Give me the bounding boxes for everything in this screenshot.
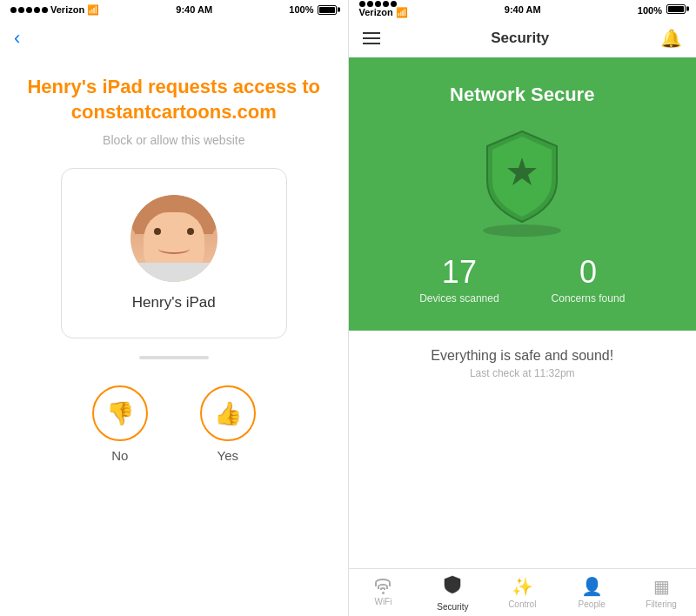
filtering-icon: ▦ bbox=[653, 576, 670, 597]
tab-security[interactable]: Security bbox=[418, 571, 487, 615]
wifi-icon-left: 📶 bbox=[87, 4, 99, 16]
devices-scanned-count: 17 bbox=[442, 254, 477, 291]
security-banner: Network Secure 17 Devices scanned 0 Conc… bbox=[349, 57, 697, 331]
request-title: Henry's iPad requests access to constant… bbox=[26, 75, 322, 124]
hamburger-line-2 bbox=[363, 37, 380, 39]
request-subtitle: Block or allow this website bbox=[103, 133, 244, 147]
status-bar-left: Verizon 📶 9:40 AM 100% bbox=[0, 0, 348, 19]
people-icon: 👤 bbox=[581, 576, 603, 597]
thumbs-down-icon: 👎 bbox=[106, 400, 134, 427]
tab-control[interactable]: ✨ Control bbox=[487, 572, 557, 613]
menu-button[interactable] bbox=[363, 32, 380, 44]
right-status-right: 100% bbox=[638, 4, 686, 16]
battery-icon-right bbox=[666, 4, 686, 14]
battery-icon-left bbox=[318, 5, 337, 15]
tab-people[interactable]: 👤 People bbox=[557, 572, 626, 613]
left-content: Henry's iPad requests access to constant… bbox=[0, 57, 348, 616]
tab-filtering[interactable]: ▦ Filtering bbox=[626, 572, 696, 613]
time-left: 9:40 AM bbox=[176, 4, 212, 15]
network-secure-heading: Network Secure bbox=[450, 84, 594, 106]
device-card: Henry's iPad bbox=[61, 168, 287, 338]
notification-bell-icon[interactable]: 🔔 bbox=[660, 28, 682, 49]
page-title: Security bbox=[491, 30, 549, 47]
tab-people-label: People bbox=[579, 599, 606, 609]
last-check-text: Last check at 11:32pm bbox=[470, 367, 575, 379]
battery-pct-right: 100% bbox=[638, 5, 662, 16]
safe-text: Everything is safe and sound! bbox=[431, 348, 613, 364]
kid-face bbox=[130, 195, 218, 282]
kid-hair-side-right bbox=[202, 204, 218, 234]
right-panel: Verizon 📶 9:40 AM 100% Security 🔔 Networ… bbox=[349, 0, 697, 616]
wifi-tab-icon bbox=[375, 579, 391, 594]
tab-wifi[interactable]: WiFi bbox=[349, 575, 418, 610]
devices-scanned-stat: 17 Devices scanned bbox=[419, 254, 499, 305]
safe-section: Everything is safe and sound! Last check… bbox=[349, 331, 697, 568]
avatar bbox=[130, 195, 218, 282]
no-label: No bbox=[111, 448, 128, 463]
shield-icon bbox=[474, 124, 570, 229]
yes-circle: 👍 bbox=[200, 385, 256, 441]
carrier-right: Verizon bbox=[359, 7, 393, 17]
carrier-left: Verizon bbox=[50, 4, 84, 15]
hamburger-line-3 bbox=[363, 43, 380, 44]
yes-label: Yes bbox=[218, 448, 238, 463]
kid-eye-left bbox=[154, 228, 161, 235]
device-name: Henry's iPad bbox=[132, 294, 216, 311]
control-wand-icon: ✨ bbox=[512, 576, 533, 597]
kid-eye-right bbox=[187, 228, 194, 235]
wifi-icon-right: 📶 bbox=[396, 7, 408, 17]
concerns-found-count: 0 bbox=[579, 254, 597, 291]
no-circle: 👎 bbox=[92, 385, 148, 441]
stats-row: 17 Devices scanned 0 Concerns found bbox=[419, 254, 625, 305]
time-right: 9:40 AM bbox=[505, 4, 541, 15]
left-status-left: Verizon 📶 bbox=[10, 4, 99, 16]
nav-bar-left: ‹ bbox=[0, 19, 348, 57]
left-status-right: Verizon 📶 bbox=[359, 1, 408, 18]
shield-shadow bbox=[483, 224, 561, 237]
devices-scanned-label: Devices scanned bbox=[419, 292, 499, 305]
shield-container bbox=[470, 120, 574, 233]
scroll-indicator bbox=[139, 356, 209, 359]
back-button[interactable]: ‹ bbox=[14, 27, 20, 50]
no-button[interactable]: 👎 No bbox=[92, 385, 148, 463]
concerns-found-label: Concerns found bbox=[552, 292, 626, 305]
kid-shirt bbox=[130, 263, 218, 282]
right-status-left: 100% bbox=[289, 4, 337, 15]
signal-right bbox=[359, 1, 408, 7]
shield-tab-icon bbox=[443, 574, 462, 599]
kid-hair-side-left bbox=[130, 204, 146, 234]
concerns-found-stat: 0 Concerns found bbox=[552, 254, 626, 305]
tab-filtering-label: Filtering bbox=[646, 599, 677, 609]
action-buttons: 👎 No 👍 Yes bbox=[92, 385, 256, 463]
signal-left bbox=[10, 7, 48, 13]
left-panel: Verizon 📶 9:40 AM 100% ‹ Henry's iPad re… bbox=[0, 0, 348, 616]
yes-button[interactable]: 👍 Yes bbox=[200, 385, 256, 463]
thumbs-up-icon: 👍 bbox=[214, 400, 242, 427]
tab-control-label: Control bbox=[508, 599, 536, 609]
tab-security-label: Security bbox=[437, 602, 468, 612]
tab-bar: WiFi Security ✨ Control 👤 People ▦ Filte… bbox=[349, 568, 697, 616]
hamburger-line-1 bbox=[363, 32, 380, 34]
status-bar-right: Verizon 📶 9:40 AM 100% bbox=[349, 0, 697, 19]
nav-bar-right: Security 🔔 bbox=[349, 19, 697, 57]
tab-wifi-label: WiFi bbox=[374, 597, 392, 606]
battery-pct-left: 100% bbox=[289, 4, 313, 15]
